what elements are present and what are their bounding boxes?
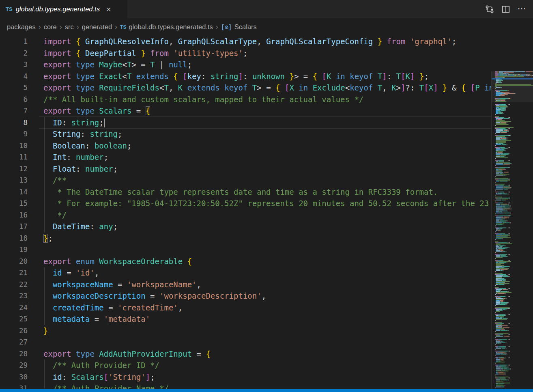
breadcrumb-item-packages[interactable]: packages <box>7 23 36 31</box>
text-cursor <box>104 118 105 127</box>
code-text: Float: number; <box>43 163 118 175</box>
code-text: /** Auth Provider Name */ <box>43 383 169 389</box>
code-line[interactable]: 29 /** Auth Provider ID */ <box>0 360 491 371</box>
line-number: 2 <box>0 47 28 59</box>
split-editor-icon[interactable] <box>501 4 511 15</box>
code-line[interactable]: 17 DateTime: any; <box>0 221 491 233</box>
code-text: } <box>43 325 48 337</box>
line-number: 6 <box>0 94 28 106</box>
code-text: Int: number; <box>43 151 108 163</box>
line-number: 15 <box>0 198 28 209</box>
code-text: Boolean: boolean; <box>43 140 131 152</box>
breadcrumb-item-generated[interactable]: generated <box>82 23 112 31</box>
line-number: 4 <box>0 71 28 82</box>
code-line[interactable]: 27 <box>0 336 491 348</box>
code-lines: 1import { GraphQLResolveInfo, GraphQLSca… <box>0 36 491 389</box>
line-number: 30 <box>0 371 28 383</box>
code-text: /** All built-in and custom scalars, map… <box>43 94 363 106</box>
line-number: 3 <box>0 59 28 71</box>
code-line[interactable]: 23 workspaceDescription = 'workspaceDesc… <box>0 290 491 302</box>
line-number: 8 <box>0 117 28 129</box>
more-actions-icon[interactable]: ··· <box>517 4 527 15</box>
code-line[interactable]: 22 workspaceName = 'workspaceName', <box>0 279 491 291</box>
line-number: 29 <box>0 360 28 371</box>
line-number: 16 <box>0 209 28 221</box>
code-line[interactable]: 13 /** <box>0 174 491 186</box>
code-line[interactable]: 6/** All built-in and custom scalars, ma… <box>0 94 491 106</box>
open-changes-icon[interactable] <box>484 4 495 15</box>
code-text: metadata = 'metadata' <box>43 313 150 325</box>
tab-title: global.db.types.generated.ts <box>16 5 100 13</box>
code-text: createdTime = 'createdTime', <box>43 302 183 314</box>
code-line[interactable]: 12 Float: number; <box>0 163 491 175</box>
code-line[interactable]: 3export type Maybe<T> = T | null; <box>0 59 491 71</box>
breadcrumb-item-src[interactable]: src <box>65 23 74 31</box>
tab-close-icon[interactable]: × <box>105 5 112 13</box>
code-text: /** <box>43 174 67 186</box>
code-line[interactable]: 21 id = 'id', <box>0 267 491 279</box>
chevron-right-icon: › <box>77 23 79 31</box>
code-editor[interactable]: 1import { GraphQLResolveInfo, GraphQLSca… <box>0 36 533 389</box>
code-line[interactable]: 9 String: string; <box>0 128 491 140</box>
code-line[interactable]: 25 metadata = 'metadata' <box>0 313 491 325</box>
code-line[interactable]: 26} <box>0 325 491 337</box>
tab-bar: TS global.db.types.generated.ts × ··· <box>0 0 533 18</box>
breadcrumb-item-file[interactable]: TS global.db.types.generated.ts <box>120 23 213 31</box>
breadcrumb-file-name: global.db.types.generated.ts <box>129 23 213 31</box>
line-number: 27 <box>0 336 28 348</box>
status-bar <box>0 389 533 392</box>
line-number: 21 <box>0 267 28 279</box>
line-number: 25 <box>0 313 28 325</box>
tab-global-db-types[interactable]: TS global.db.types.generated.ts × <box>0 0 127 18</box>
code-line[interactable]: 28export type AddAuthProviderInput = { <box>0 348 491 360</box>
code-line[interactable]: 16 */ <box>0 209 491 221</box>
line-number: 7 <box>0 105 28 117</box>
minimap[interactable] <box>491 71 533 389</box>
code-line[interactable]: 11 Int: number; <box>0 151 491 163</box>
line-number: 20 <box>0 256 28 267</box>
minimap-canvas <box>492 71 533 389</box>
line-number: 13 <box>0 174 28 186</box>
code-text: ID: string; <box>43 117 105 129</box>
code-line[interactable]: 7export type Scalars = { <box>0 105 491 117</box>
line-number: 24 <box>0 302 28 314</box>
code-line[interactable]: 20export enum WorkspaceOrderable { <box>0 256 491 267</box>
code-text: export enum WorkspaceOrderable { <box>43 256 192 267</box>
code-line[interactable]: 14 * The DateTime scalar type represents… <box>0 186 491 198</box>
code-text: import { GraphQLResolveInfo, GraphQLScal… <box>43 36 456 47</box>
breadcrumb-symbol-name: Scalars <box>234 23 257 31</box>
code-line[interactable]: 2import { DeepPartial } from 'utility-ty… <box>0 47 491 59</box>
code-line[interactable]: 4export type Exact<T extends { [key: str… <box>0 71 491 82</box>
breadcrumb-item-symbol[interactable]: [⊘] Scalars <box>221 23 257 31</box>
line-number: 9 <box>0 128 28 140</box>
code-text: * For example: "1985-04-12T23:20:50.52Z"… <box>43 198 489 209</box>
line-number: 22 <box>0 279 28 291</box>
code-text: export type RequireFields<T, K extends k… <box>43 82 491 94</box>
typescript-file-icon: TS <box>6 6 13 12</box>
code-text: id = 'id', <box>43 267 99 279</box>
line-number: 5 <box>0 82 28 94</box>
code-line[interactable]: 8 ID: string; <box>0 117 491 129</box>
editor-actions: ··· <box>484 0 533 18</box>
code-line[interactable]: 30 id: Scalars['String']; <box>0 371 491 383</box>
chevron-right-icon: › <box>39 23 41 31</box>
code-line[interactable]: 31 /** Auth Provider Name */ <box>0 383 491 389</box>
code-text: */ <box>43 209 67 221</box>
code-line[interactable]: 10 Boolean: boolean; <box>0 140 491 152</box>
code-line[interactable]: 18}; <box>0 233 491 244</box>
line-number: 31 <box>0 383 28 389</box>
line-number: 18 <box>0 233 28 244</box>
code-line[interactable]: 5export type RequireFields<T, K extends … <box>0 82 491 94</box>
typescript-file-icon: TS <box>120 24 126 30</box>
code-line[interactable]: 19 <box>0 244 491 256</box>
code-line[interactable]: 24 createdTime = 'createdTime', <box>0 302 491 314</box>
symbol-type-icon: [⊘] <box>221 24 232 31</box>
line-number: 10 <box>0 140 28 152</box>
breadcrumb-item-core[interactable]: core <box>44 23 57 31</box>
code-line[interactable]: 1import { GraphQLResolveInfo, GraphQLSca… <box>0 36 491 47</box>
code-text: export type Maybe<T> = T | null; <box>43 59 192 71</box>
line-number: 19 <box>0 244 28 256</box>
code-text: }; <box>43 233 53 244</box>
line-number: 11 <box>0 151 28 163</box>
code-line[interactable]: 15 * For example: "1985-04-12T23:20:50.5… <box>0 198 491 209</box>
